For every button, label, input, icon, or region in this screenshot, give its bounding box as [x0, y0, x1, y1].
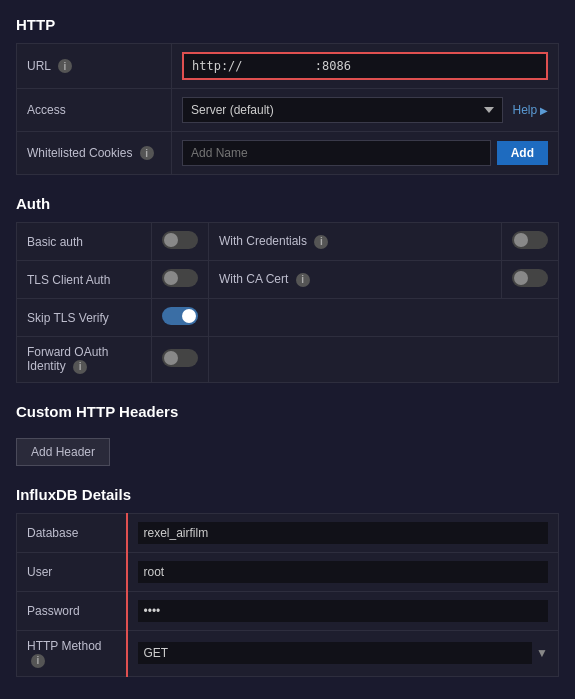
with-credentials-info-icon: i [314, 235, 328, 249]
help-link[interactable]: Help [513, 103, 548, 117]
custom-headers-section: Custom HTTP Headers Add Header [16, 403, 559, 466]
add-cookie-button[interactable]: Add [497, 141, 548, 165]
auth-section: Auth Basic auth With Credentials i [16, 195, 559, 383]
forward-oauth-slider [162, 349, 198, 367]
tls-client-auth-slider [162, 269, 198, 287]
with-ca-cert-label: With CA Cert i [209, 261, 502, 299]
select-arrow-icon: ▼ [536, 646, 548, 660]
auth-row-4: Forward OAuth Identity i [17, 337, 559, 383]
password-row: Password [17, 591, 559, 630]
with-credentials-toggle-cell [502, 223, 559, 261]
user-label: User [17, 552, 127, 591]
auth-row-1: Basic auth With Credentials i [17, 223, 559, 261]
http-section: HTTP URL i Access Server (default) Brows… [16, 16, 559, 175]
influxdb-title: InfluxDB Details [16, 486, 559, 503]
url-value-cell [172, 44, 559, 89]
http-method-row: HTTP Method i GET POST ▼ [17, 630, 559, 676]
forward-oauth-info-icon: i [73, 360, 87, 374]
tls-client-auth-toggle[interactable] [162, 269, 198, 287]
cookie-wrap: Add [182, 140, 548, 166]
whitelisted-cookies-info-icon: i [140, 146, 154, 160]
database-row: Database [17, 513, 559, 552]
password-label: Password [17, 591, 127, 630]
influxdb-table: Database User Password HTTP Method i [16, 513, 559, 677]
user-input[interactable] [138, 561, 549, 583]
basic-auth-toggle[interactable] [162, 231, 198, 249]
http-title: HTTP [16, 16, 559, 33]
forward-oauth-label: Forward OAuth Identity i [17, 337, 152, 383]
database-label: Database [17, 513, 127, 552]
basic-auth-toggle-cell [152, 223, 209, 261]
auth-row-3: Skip TLS Verify [17, 299, 559, 337]
skip-tls-toggle[interactable] [162, 307, 198, 325]
password-input[interactable] [138, 600, 549, 622]
url-input[interactable] [182, 52, 548, 80]
auth-title: Auth [16, 195, 559, 212]
forward-oauth-toggle[interactable] [162, 349, 198, 367]
custom-headers-title: Custom HTTP Headers [16, 403, 559, 420]
url-row: URL i [17, 44, 559, 89]
skip-tls-label: Skip TLS Verify [17, 299, 152, 337]
skip-tls-toggle-cell [152, 299, 209, 337]
database-input[interactable] [138, 522, 549, 544]
access-value-cell: Server (default) Browser Help [172, 89, 559, 132]
access-label: Access [17, 89, 172, 132]
auth-table: Basic auth With Credentials i TLS Client [16, 222, 559, 383]
cookie-input[interactable] [182, 140, 491, 166]
auth-row-2: TLS Client Auth With CA Cert i [17, 261, 559, 299]
user-value-cell [127, 552, 559, 591]
database-value-cell [127, 513, 559, 552]
whitelisted-cookies-value-cell: Add [172, 132, 559, 175]
whitelisted-cookies-label: Whitelisted Cookies i [17, 132, 172, 175]
skip-tls-slider [162, 307, 198, 325]
url-label: URL i [17, 44, 172, 89]
with-credentials-toggle[interactable] [512, 231, 548, 249]
user-row: User [17, 552, 559, 591]
whitelisted-cookies-row: Whitelisted Cookies i Add [17, 132, 559, 175]
forward-oauth-toggle-cell [152, 337, 209, 383]
basic-auth-label: Basic auth [17, 223, 152, 261]
influxdb-section: InfluxDB Details Database User Password [16, 486, 559, 677]
http-form-table: URL i Access Server (default) Browser He… [16, 43, 559, 175]
http-method-select[interactable]: GET POST [138, 642, 533, 664]
access-select[interactable]: Server (default) Browser [182, 97, 503, 123]
url-info-icon: i [58, 59, 72, 73]
http-method-value-cell: GET POST ▼ [127, 630, 559, 676]
password-value-cell [127, 591, 559, 630]
with-ca-cert-toggle[interactable] [512, 269, 548, 287]
with-credentials-slider [512, 231, 548, 249]
with-ca-cert-slider [512, 269, 548, 287]
with-ca-cert-info-icon: i [296, 273, 310, 287]
http-method-label: HTTP Method i [17, 630, 127, 676]
add-header-button[interactable]: Add Header [16, 438, 110, 466]
access-select-wrap: Server (default) Browser Help [182, 97, 548, 123]
basic-auth-slider [162, 231, 198, 249]
http-method-info-icon: i [31, 654, 45, 668]
with-credentials-label: With Credentials i [209, 223, 502, 261]
tls-client-auth-label: TLS Client Auth [17, 261, 152, 299]
access-row: Access Server (default) Browser Help [17, 89, 559, 132]
http-method-select-wrap: GET POST ▼ [138, 642, 549, 664]
with-ca-cert-toggle-cell [502, 261, 559, 299]
tls-client-auth-toggle-cell [152, 261, 209, 299]
